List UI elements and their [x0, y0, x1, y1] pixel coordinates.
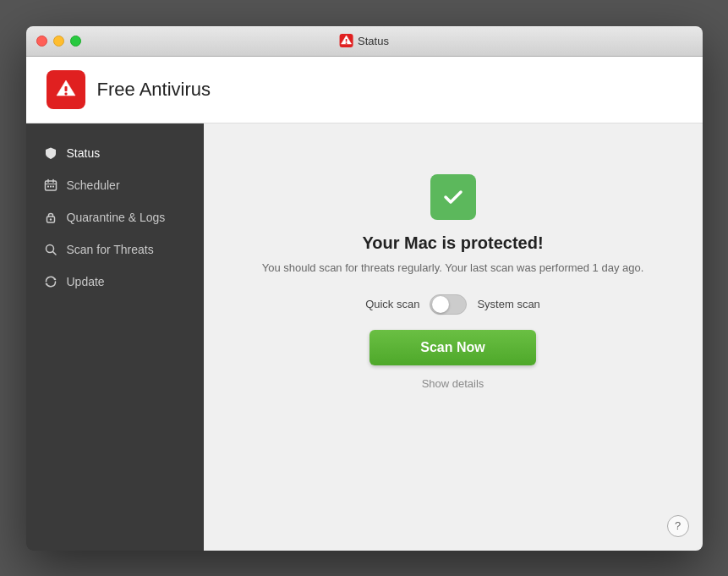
- sidebar: Status Scheduler: [26, 123, 204, 551]
- calendar-icon: [43, 178, 58, 193]
- lock-icon: [43, 210, 58, 225]
- svg-rect-10: [52, 185, 54, 187]
- protected-subtitle: You should scan for threats regularly. Y…: [262, 261, 644, 274]
- traffic-lights: [36, 36, 81, 47]
- sidebar-label-quarantine: Quarantine & Logs: [67, 211, 166, 224]
- sidebar-item-update[interactable]: Update: [26, 266, 204, 298]
- system-scan-label: System scan: [477, 298, 539, 310]
- app-window: Status Free Antivirus: [26, 26, 703, 551]
- sidebar-item-scan[interactable]: Scan for Threats: [26, 233, 204, 266]
- app-title: Free Antivirus: [97, 79, 211, 101]
- sidebar-item-quarantine[interactable]: Quarantine & Logs: [26, 201, 204, 233]
- svg-point-12: [49, 218, 51, 220]
- svg-rect-3: [64, 92, 67, 95]
- sidebar-label-scan: Scan for Threats: [67, 243, 154, 256]
- maximize-button[interactable]: [70, 36, 81, 47]
- minimize-button[interactable]: [53, 36, 64, 47]
- shield-icon: [43, 145, 58, 161]
- content-area: Your Mac is protected! You should scan f…: [204, 123, 703, 551]
- show-details-link[interactable]: Show details: [422, 377, 484, 390]
- main-layout: Status Scheduler: [26, 123, 703, 551]
- toggle-thumb: [432, 296, 449, 313]
- scan-type-row: Quick scan System scan: [365, 294, 540, 315]
- scan-type-toggle[interactable]: [430, 294, 467, 315]
- sidebar-item-scheduler[interactable]: Scheduler: [26, 169, 204, 201]
- sidebar-item-status[interactable]: Status: [26, 137, 204, 169]
- quick-scan-label: Quick scan: [365, 298, 419, 310]
- svg-rect-0: [345, 39, 347, 42]
- titlebar-title: Status: [339, 34, 389, 47]
- sidebar-label-scheduler: Scheduler: [67, 178, 120, 192]
- app-header: Free Antivirus: [26, 57, 703, 123]
- svg-line-14: [52, 251, 56, 255]
- sidebar-label-update: Update: [67, 275, 105, 288]
- search-icon: [43, 242, 58, 257]
- help-button[interactable]: ?: [667, 515, 689, 537]
- refresh-icon: [43, 274, 58, 289]
- protected-title: Your Mac is protected!: [362, 233, 543, 253]
- app-container: Free Antivirus Status: [26, 57, 703, 551]
- titlebar: Status: [26, 26, 703, 57]
- status-icon: [430, 174, 476, 220]
- titlebar-text: Status: [358, 35, 389, 47]
- svg-rect-8: [47, 185, 49, 187]
- titlebar-icon: [339, 34, 353, 47]
- scan-now-button[interactable]: Scan Now: [369, 330, 535, 365]
- svg-rect-1: [345, 43, 347, 45]
- svg-rect-9: [50, 185, 52, 187]
- app-logo: [47, 70, 85, 109]
- close-button[interactable]: [36, 36, 47, 47]
- svg-rect-2: [64, 86, 67, 91]
- sidebar-label-status: Status: [67, 146, 101, 160]
